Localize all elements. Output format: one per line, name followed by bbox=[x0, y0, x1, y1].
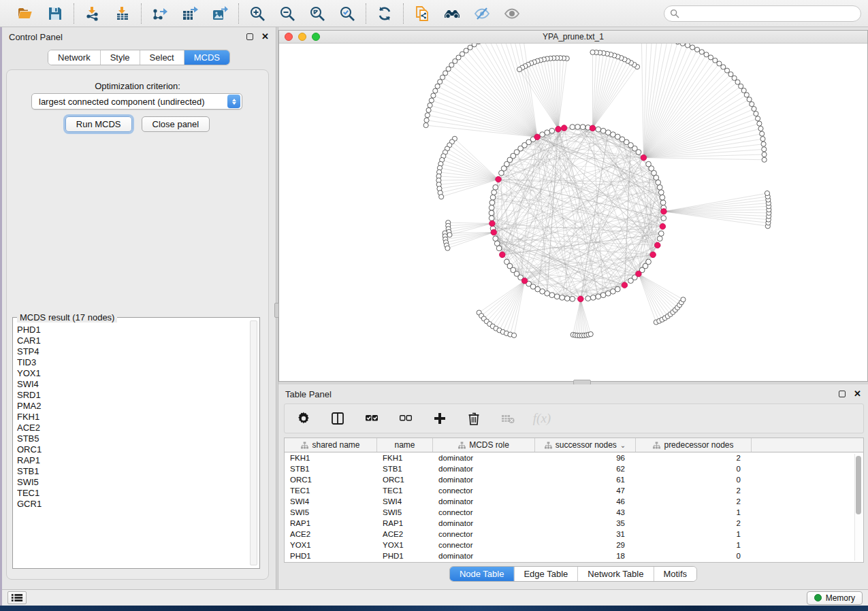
table-cell[interactable]: RAP1 bbox=[377, 519, 433, 527]
tab-motifs[interactable]: Motifs bbox=[653, 567, 696, 581]
table-cell[interactable]: connector bbox=[433, 508, 535, 516]
table-cell[interactable]: FKH1 bbox=[377, 454, 433, 462]
table-cell[interactable]: 1 bbox=[636, 530, 752, 538]
mcds-result-item[interactable]: FKH1 bbox=[17, 412, 250, 423]
save-session-icon[interactable] bbox=[46, 5, 64, 22]
refresh-icon[interactable] bbox=[376, 5, 393, 22]
table-cell[interactable]: 0 bbox=[636, 552, 752, 560]
delete-column-icon[interactable] bbox=[466, 410, 482, 427]
table-cell[interactable]: 47 bbox=[535, 486, 636, 495]
table-cell[interactable]: connector bbox=[433, 530, 535, 538]
close-panel-button[interactable]: Close panel bbox=[142, 116, 210, 132]
search-input[interactable] bbox=[664, 5, 861, 22]
table-row[interactable]: ACE2ACE2connector311 bbox=[285, 529, 863, 540]
table-cell[interactable]: 62 bbox=[535, 465, 636, 473]
hide-selected-icon[interactable] bbox=[473, 5, 491, 22]
mcds-result-list[interactable]: PHD1CAR1STP4TID3YOX1SWI4SRD1PMA2FKH1ACE2… bbox=[17, 325, 250, 565]
table-cell[interactable]: 1 bbox=[636, 541, 752, 549]
network-canvas[interactable] bbox=[279, 44, 867, 381]
table-cell[interactable]: TEC1 bbox=[285, 486, 377, 495]
mcds-result-item[interactable]: STB5 bbox=[17, 433, 250, 444]
table-cell[interactable]: dominator bbox=[433, 497, 535, 506]
table-cell[interactable]: dominator bbox=[433, 465, 535, 473]
table-cell[interactable]: dominator bbox=[433, 519, 535, 527]
table-cell[interactable]: STB1 bbox=[377, 465, 433, 473]
deselect-all-icon[interactable] bbox=[398, 410, 414, 427]
table-cell[interactable]: 2 bbox=[636, 454, 752, 462]
table-cell[interactable]: SWI4 bbox=[285, 497, 377, 506]
column-header-predecessor-nodes[interactable]: predecessor nodes bbox=[636, 438, 752, 452]
table-row[interactable]: YOX1YOX1connector291 bbox=[285, 540, 863, 550]
table-cell[interactable]: 31 bbox=[535, 530, 636, 538]
table-cell[interactable]: 96 bbox=[535, 454, 636, 462]
table-cell[interactable]: ACE2 bbox=[377, 530, 433, 538]
table-row[interactable]: STB1STB1dominator620 bbox=[285, 463, 863, 474]
column-header-shared-name[interactable]: shared name bbox=[285, 438, 377, 452]
table-cell[interactable]: 1 bbox=[636, 508, 752, 516]
tab-node-table[interactable]: Node Table bbox=[450, 567, 514, 581]
table-cell[interactable]: connector bbox=[433, 541, 535, 549]
table-row[interactable]: RAP1RAP1dominator352 bbox=[285, 518, 863, 529]
table-cell[interactable]: 2 bbox=[636, 519, 752, 527]
table-cell[interactable]: connector bbox=[433, 486, 535, 495]
export-network-icon[interactable] bbox=[151, 5, 169, 22]
zoom-fit-icon[interactable] bbox=[308, 5, 326, 22]
add-column-icon[interactable] bbox=[432, 410, 448, 427]
mcds-result-item[interactable]: YOX1 bbox=[17, 368, 250, 379]
table-cell[interactable]: STB1 bbox=[285, 465, 377, 473]
zoom-out-icon[interactable] bbox=[278, 5, 296, 22]
mcds-result-item[interactable]: PMA2 bbox=[17, 401, 250, 412]
table-cell[interactable]: TEC1 bbox=[377, 486, 433, 495]
mcds-result-item[interactable]: CAR1 bbox=[17, 335, 250, 346]
table-cell[interactable]: RAP1 bbox=[285, 519, 377, 527]
table-cell[interactable]: ACE2 bbox=[285, 530, 377, 538]
table-row[interactable]: TEC1TEC1connector472 bbox=[285, 485, 863, 496]
table-scrollbar[interactable] bbox=[854, 454, 862, 561]
table-cell[interactable]: YOX1 bbox=[377, 541, 433, 549]
mcds-result-item[interactable]: RAP1 bbox=[17, 455, 250, 466]
mcds-result-item[interactable]: STB1 bbox=[17, 466, 250, 477]
function-builder-icon[interactable]: f(x) bbox=[534, 410, 550, 427]
table-cell[interactable]: 18 bbox=[535, 552, 636, 560]
zoom-selected-icon[interactable] bbox=[338, 5, 356, 22]
float-panel-icon[interactable] bbox=[839, 391, 846, 397]
table-row[interactable]: SWI5SWI5connector431 bbox=[285, 507, 863, 518]
mcds-result-item[interactable]: SWI5 bbox=[17, 477, 250, 488]
memory-button[interactable]: Memory bbox=[807, 591, 863, 605]
select-all-icon[interactable] bbox=[364, 410, 380, 427]
table-row[interactable]: FKH1FKH1dominator962 bbox=[285, 452, 863, 463]
export-image-icon[interactable] bbox=[211, 5, 229, 22]
tab-network[interactable]: Network bbox=[48, 50, 100, 65]
column-layout-icon[interactable] bbox=[329, 410, 346, 427]
import-table-icon[interactable] bbox=[114, 5, 131, 22]
table-cell[interactable]: 2 bbox=[636, 497, 752, 506]
clone-network-icon[interactable] bbox=[413, 5, 431, 22]
table-cell[interactable]: SWI5 bbox=[377, 508, 433, 516]
mcds-result-item[interactable]: SWI4 bbox=[17, 379, 250, 390]
task-history-icon[interactable] bbox=[7, 591, 27, 604]
table-cell[interactable]: PHD1 bbox=[377, 552, 433, 560]
show-all-icon[interactable] bbox=[503, 5, 521, 22]
table-cell[interactable]: 61 bbox=[535, 476, 636, 484]
criterion-dropdown[interactable]: largest connected component (undirected) bbox=[31, 93, 242, 110]
network-graph[interactable] bbox=[279, 44, 867, 381]
mcds-result-item[interactable]: TEC1 bbox=[17, 488, 250, 499]
table-cell[interactable]: PHD1 bbox=[285, 552, 377, 560]
table-row[interactable]: ORC1ORC1dominator610 bbox=[285, 474, 863, 485]
table-cell[interactable]: FKH1 bbox=[285, 454, 377, 462]
open-file-icon[interactable] bbox=[16, 5, 34, 22]
table-cell[interactable]: ORC1 bbox=[377, 476, 433, 484]
table-cell[interactable]: SWI5 bbox=[285, 508, 377, 516]
column-header-MCDS-role[interactable]: MCDS role bbox=[433, 438, 535, 452]
mcds-result-item[interactable]: ACE2 bbox=[17, 423, 250, 433]
table-cell[interactable]: SWI4 bbox=[377, 497, 433, 506]
tab-select[interactable]: Select bbox=[140, 50, 184, 65]
table-cell[interactable]: ORC1 bbox=[285, 476, 377, 484]
column-header-successor-nodes[interactable]: successor nodes⌄ bbox=[535, 438, 636, 452]
table-cell[interactable]: dominator bbox=[433, 476, 535, 484]
table-cell[interactable]: dominator bbox=[433, 454, 535, 462]
column-header-name[interactable]: name bbox=[377, 438, 433, 452]
table-cell[interactable]: 0 bbox=[636, 476, 752, 484]
settings-gear-icon[interactable] bbox=[295, 410, 312, 427]
table-cell[interactable]: 2 bbox=[636, 486, 752, 495]
